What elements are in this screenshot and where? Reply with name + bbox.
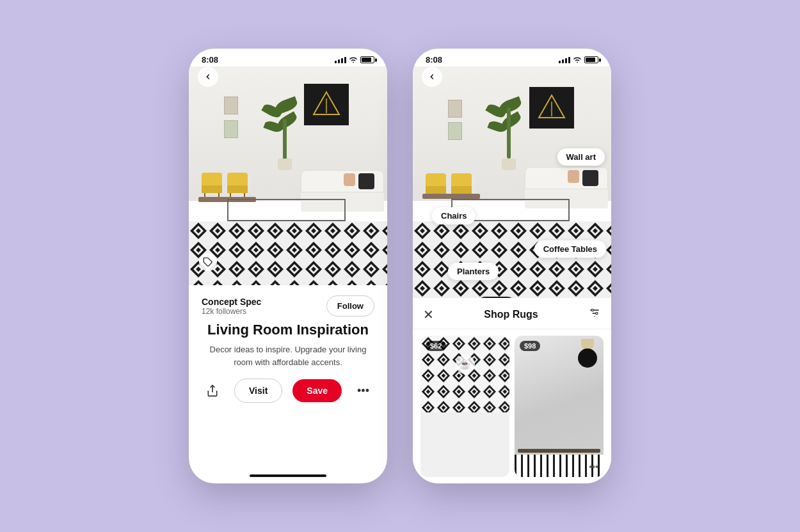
pin-title: Living Room Inspiration xyxy=(202,322,374,338)
author-followers: 12k followers xyxy=(202,307,261,316)
chair-1 xyxy=(202,173,222,197)
status-icons-right xyxy=(559,56,598,64)
pin-description: Decor ideas to inspire. Upgrade your liv… xyxy=(202,343,374,368)
info-panel: Concept Spec 12k followers Follow Living… xyxy=(189,285,387,469)
shop-item-info-1 xyxy=(420,412,509,420)
status-icons-left xyxy=(335,56,374,64)
save-button[interactable]: Save xyxy=(292,379,342,402)
shop-item-img-2 xyxy=(515,336,604,477)
wifi-icon xyxy=(349,56,358,64)
share-icon[interactable] xyxy=(202,379,224,402)
preview-light xyxy=(578,348,597,368)
svg-point-20 xyxy=(596,312,598,314)
tag-planters[interactable]: Planters xyxy=(448,263,499,280)
back-button-left[interactable] xyxy=(198,66,218,87)
shop-grid: ☕ $62 $98 Geometric area rugs Pr xyxy=(413,329,611,483)
battery-icon-right xyxy=(584,56,598,63)
svg-point-19 xyxy=(591,309,593,311)
author-info: Concept Spec 12k followers xyxy=(202,297,261,316)
tag-coffee-tables[interactable]: Coffee Tables xyxy=(534,240,606,258)
coffee-table-frame xyxy=(227,199,346,221)
shopping-tag-icon[interactable] xyxy=(199,253,217,271)
price-badge-1: $62 xyxy=(426,341,446,351)
status-time-right: 8:08 xyxy=(426,55,442,65)
status-bar-left: 8:08 xyxy=(189,49,387,67)
dining-table-right xyxy=(422,194,480,199)
author-name: Concept Spec xyxy=(202,297,261,307)
item-more-icon-2[interactable]: ••• xyxy=(589,462,598,472)
filter-icon[interactable] xyxy=(588,307,601,322)
tag-wall-art[interactable]: Wall art xyxy=(557,148,605,166)
left-phone: 8:08 xyxy=(189,49,387,483)
tag-chairs[interactable]: Chairs xyxy=(432,207,476,224)
pin-image-left xyxy=(189,49,387,285)
plant xyxy=(272,93,298,170)
wall-art-image xyxy=(304,84,349,125)
shop-title: Shop Rugs xyxy=(484,309,538,320)
wifi-icon-right xyxy=(573,56,582,64)
wall-art-right xyxy=(529,87,574,129)
shop-panel: ✕ Shop Rugs xyxy=(413,298,611,483)
plant-right xyxy=(496,93,522,170)
tag-rugs[interactable]: Rugs xyxy=(477,297,516,298)
battery-icon xyxy=(360,56,374,63)
follow-button[interactable]: Follow xyxy=(326,295,374,317)
visit-button[interactable]: Visit xyxy=(234,379,282,403)
price-badge-2: $98 xyxy=(520,341,540,351)
rug-right xyxy=(413,221,611,298)
author-row: Concept Spec 12k followers Follow xyxy=(202,295,374,317)
signal-icon xyxy=(335,57,346,63)
right-phone: 8:08 xyxy=(413,49,611,483)
shop-header: ✕ Shop Rugs xyxy=(413,298,611,329)
signal-icon-right xyxy=(559,57,570,63)
preview-table xyxy=(518,449,600,453)
chair-2 xyxy=(227,173,248,197)
status-time-left: 8:08 xyxy=(202,55,218,65)
chair-r2 xyxy=(451,173,472,194)
pin-image-right: Wall art Chairs Coffee Tables Planters R… xyxy=(413,49,611,298)
cup-overlay: ☕ xyxy=(456,355,475,374)
action-bar: Visit Save ••• xyxy=(202,379,374,403)
room-scene-right xyxy=(413,49,611,298)
small-frame-2 xyxy=(224,120,238,138)
room-scene xyxy=(189,49,387,285)
back-button-right[interactable] xyxy=(422,66,442,87)
home-indicator xyxy=(250,474,326,477)
small-frame-1 xyxy=(224,97,238,114)
more-options-icon[interactable]: ••• xyxy=(352,379,374,402)
chair-r1 xyxy=(426,173,446,194)
small-frame-r2 xyxy=(448,122,462,140)
shop-item-2[interactable]: $98 Geometric area rugs Promoted by Home… xyxy=(515,336,604,477)
svg-rect-6 xyxy=(189,221,387,285)
svg-rect-15 xyxy=(413,221,611,298)
status-bar-right: 8:08 xyxy=(413,49,611,67)
small-frame-r1 xyxy=(448,100,462,118)
shop-item-1[interactable]: ☕ $62 xyxy=(420,336,509,477)
rug xyxy=(189,221,387,285)
close-button[interactable]: ✕ xyxy=(423,307,434,322)
